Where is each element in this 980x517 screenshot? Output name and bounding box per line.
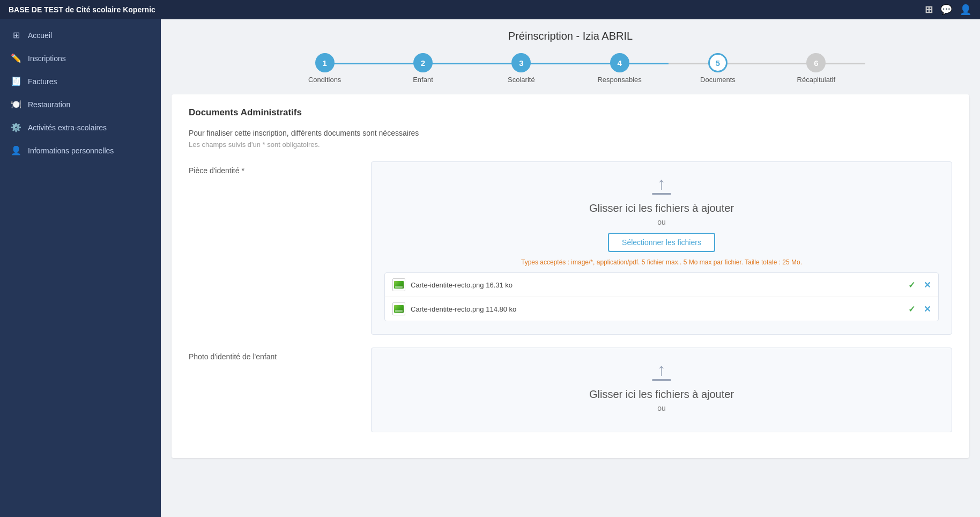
- topbar: BASE DE TEST de Cité scolaire Kopernic ⊞…: [0, 0, 980, 19]
- upload-arrow-1: ↑: [652, 175, 671, 195]
- step-label-2: Enfant: [413, 76, 433, 84]
- step-circle-3[interactable]: 3: [511, 53, 531, 72]
- page-title-bar: Préinscription - Izia ABRIL: [161, 19, 980, 48]
- field-photo-enfant: Photo d'identité de l'enfant ↑ Glisser i…: [189, 348, 952, 432]
- sidebar-label-informations: Informations personnelles: [28, 146, 114, 155]
- file-list-1: Carte-identite-recto.png 16.31 ko ✓ ✕ Ca…: [384, 272, 939, 321]
- step-label-5: Documents: [700, 76, 736, 84]
- file-thumb-img-1: [394, 305, 404, 313]
- sidebar-label-restauration: Restauration: [28, 100, 70, 109]
- required-note: Les champs suivis d'un * sont obligatoir…: [189, 141, 952, 149]
- sidebar-label-activites: Activités extra-scolaires: [28, 123, 107, 132]
- field-label-1: Pièce d'identité *: [189, 166, 244, 175]
- step-label-6: Récapitulatif: [797, 76, 836, 84]
- sidebar: ⊞ Accueil ✏️ Inscriptions 🧾 Factures 🍽️ …: [0, 19, 161, 517]
- upload-types-note-1: Types acceptés : image/*, application/pd…: [521, 258, 802, 266]
- sidebar-label-accueil: Accueil: [28, 31, 52, 40]
- main-content: Préinscription - Izia ABRIL 1 Conditions: [161, 19, 980, 517]
- file-item-1: Carte-identite-recto.png 114.80 ko ✓ ✕: [385, 297, 938, 321]
- user-icon[interactable]: 👤: [960, 4, 971, 16]
- sidebar-item-informations[interactable]: 👤 Informations personnelles: [0, 139, 161, 162]
- step-circle-6[interactable]: 6: [806, 53, 826, 72]
- file-name-0: Carte-identite-recto.png 16.31 ko: [411, 281, 903, 289]
- file-remove-1[interactable]: ✕: [924, 304, 931, 314]
- restauration-icon: 🍽️: [11, 99, 21, 109]
- page-title: Préinscription - Izia ABRIL: [508, 30, 633, 42]
- arrow-bar-2: [652, 379, 671, 381]
- step-label-4: Responsables: [597, 76, 641, 84]
- step-2: 2 Enfant: [374, 53, 472, 84]
- main-card: Documents Administratifs Pour finaliser …: [172, 94, 969, 458]
- select-files-btn-1[interactable]: Sélectionner les fichiers: [608, 233, 715, 252]
- topbar-actions: ⊞ 💬 👤: [925, 4, 971, 16]
- step-circle-4[interactable]: 4: [610, 53, 629, 72]
- info-text: Pour finaliser cette inscription, différ…: [189, 129, 952, 137]
- step-6: 6 Récapitulatif: [767, 53, 865, 84]
- sidebar-item-accueil[interactable]: ⊞ Accueil: [0, 24, 161, 47]
- upload-arrow-2: ↑: [652, 361, 671, 381]
- step-number-5: 5: [716, 58, 720, 68]
- activites-icon: ⚙️: [11, 122, 21, 132]
- chat-icon[interactable]: 💬: [940, 4, 952, 16]
- app-title: BASE DE TEST de Cité scolaire Kopernic: [9, 5, 155, 14]
- upload-main-text-1: Glisser ici les fichiers à ajouter: [589, 202, 734, 215]
- sidebar-label-inscriptions: Inscriptions: [28, 54, 66, 63]
- step-label-3: Scolarité: [508, 76, 535, 84]
- file-name-1: Carte-identite-recto.png 114.80 ko: [411, 305, 903, 313]
- field-piece-identite: Pièce d'identité * ↑ Glisser ici les fic…: [189, 161, 952, 335]
- step-circle-2[interactable]: 2: [413, 53, 433, 72]
- file-thumb-img-0: [394, 281, 404, 289]
- step-number-3: 3: [519, 58, 523, 68]
- field-label-2: Photo d'identité de l'enfant: [189, 352, 277, 361]
- file-remove-0[interactable]: ✕: [924, 280, 931, 290]
- arrow-bar-1: [652, 193, 671, 195]
- step-label-1: Conditions: [308, 76, 341, 84]
- step-3: 3 Scolarité: [472, 53, 570, 84]
- stepper-container: 1 Conditions 2 Enfant 3: [161, 48, 980, 94]
- field-label-col-1: Pièce d'identité *: [189, 161, 371, 335]
- inscriptions-icon: ✏️: [11, 53, 21, 63]
- file-check-0[interactable]: ✓: [908, 280, 915, 290]
- info-icon: 👤: [11, 145, 21, 156]
- sidebar-label-factures: Factures: [28, 77, 57, 86]
- step-number-2: 2: [421, 58, 425, 68]
- upload-up-arrow-icon: ↑: [657, 175, 666, 192]
- upload-or-1: ou: [657, 218, 666, 226]
- field-label-col-2: Photo d'identité de l'enfant: [189, 348, 371, 432]
- step-4: 4 Responsables: [570, 53, 669, 84]
- file-thumb-0: [392, 278, 405, 291]
- file-thumb-1: [392, 302, 405, 315]
- sidebar-item-activites[interactable]: ⚙️ Activités extra-scolaires: [0, 116, 161, 139]
- section-title: Documents Administratifs: [189, 107, 952, 118]
- step-number-1: 1: [322, 58, 326, 68]
- step-number-6: 6: [814, 58, 818, 68]
- file-item-0: Carte-identite-recto.png 16.31 ko ✓ ✕: [385, 273, 938, 297]
- step-5: 5 Documents: [669, 53, 767, 84]
- upload-or-2: ou: [657, 404, 666, 412]
- sidebar-item-factures[interactable]: 🧾 Factures: [0, 70, 161, 93]
- stepper: 1 Conditions 2 Enfant 3: [276, 53, 865, 84]
- upload-area-2[interactable]: ↑ Glisser ici les fichiers à ajouter ou: [371, 348, 952, 432]
- upload-up-arrow-icon-2: ↑: [657, 361, 666, 378]
- grid-icon[interactable]: ⊞: [925, 4, 933, 16]
- file-check-1[interactable]: ✓: [908, 304, 915, 314]
- factures-icon: 🧾: [11, 76, 21, 86]
- step-circle-1[interactable]: 1: [315, 53, 335, 72]
- home-icon: ⊞: [11, 30, 21, 40]
- upload-area-1[interactable]: ↑ Glisser ici les fichiers à ajouter ou …: [371, 161, 952, 335]
- sidebar-item-inscriptions[interactable]: ✏️ Inscriptions: [0, 47, 161, 70]
- step-1: 1 Conditions: [276, 53, 374, 84]
- upload-main-text-2: Glisser ici les fichiers à ajouter: [589, 388, 734, 401]
- step-circle-5[interactable]: 5: [708, 53, 727, 72]
- step-number-4: 4: [617, 58, 621, 68]
- sidebar-item-restauration[interactable]: 🍽️ Restauration: [0, 93, 161, 116]
